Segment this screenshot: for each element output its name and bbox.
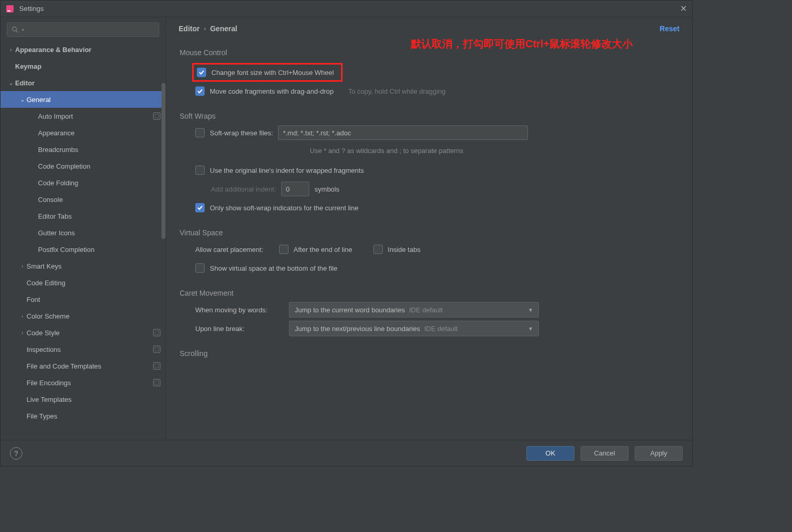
tree-item[interactable]: Code Editing — [1, 274, 166, 291]
tree-item-label: Inspections — [27, 346, 150, 353]
tree-item[interactable]: Code Completion — [1, 158, 166, 174]
label-change-font-size: Change font size with Ctrl+Mouse Wheel — [211, 69, 334, 77]
tree-item[interactable]: File and Code Templates — [1, 358, 166, 374]
search-input[interactable]: ▾ — [7, 22, 159, 37]
checkbox-only-current-line[interactable] — [195, 203, 205, 212]
checkbox-original-indent[interactable] — [195, 166, 205, 175]
help-button[interactable]: ? — [10, 447, 22, 460]
reset-link[interactable]: Reset — [660, 24, 680, 33]
checkbox-drag-and-drop[interactable] — [195, 86, 205, 96]
label-by-words: When moving by words: — [195, 306, 284, 314]
tree-item[interactable]: Font — [1, 291, 166, 308]
label-softwrap-files: Soft-wrap these files: — [210, 129, 273, 137]
chevron-right-icon: › — [18, 330, 27, 336]
tree-item[interactable]: ›Color Scheme — [1, 308, 166, 324]
checkbox-after-eol[interactable] — [279, 245, 288, 254]
tree-item-label: Keymap — [15, 62, 160, 70]
tree-item-label: Appearance — [38, 129, 160, 137]
scheme-icon — [153, 329, 160, 336]
window-title: Settings — [19, 5, 680, 12]
tree-item-label: Code Editing — [27, 279, 160, 287]
search-filter-caret-icon: ▾ — [22, 28, 24, 32]
tree-item-label: Breadcrumbs — [38, 146, 160, 154]
label-virtual-bottom: Show virtual space at the bottom of the … — [210, 264, 337, 272]
label-after-eol: After the end of line — [294, 246, 353, 254]
tree-item[interactable]: Auto Import — [1, 108, 166, 124]
tree-item-label: Postfix Completion — [38, 246, 160, 254]
search-icon — [11, 26, 19, 33]
tree-item[interactable]: Code Folding — [1, 174, 166, 191]
checkbox-virtual-bottom[interactable] — [195, 263, 205, 273]
tree-item-label: Code Style — [27, 329, 150, 337]
tree-item[interactable]: Inspections — [1, 341, 166, 358]
checkbox-change-font-size[interactable] — [197, 68, 206, 77]
chevron-right-icon: › — [18, 313, 27, 319]
tree-item[interactable]: Editor Tabs — [1, 208, 166, 224]
scheme-icon — [153, 112, 160, 120]
tree-item[interactable]: ›Smart Keys — [1, 258, 166, 274]
tree-item-label: Appearance & Behavior — [15, 46, 160, 54]
input-softwrap-patterns[interactable] — [278, 125, 528, 140]
tree-item[interactable]: ⌄Editor — [1, 74, 166, 91]
input-add-indent[interactable] — [281, 182, 309, 196]
checkbox-softwrap-files[interactable] — [195, 128, 205, 137]
breadcrumb-item: General — [210, 24, 237, 33]
tree-item-label: Font — [27, 296, 160, 303]
titlebar: Settings ✕ — [1, 1, 692, 17]
dropdown-by-words-suffix: IDE default — [409, 306, 443, 314]
ok-button[interactable]: OK — [526, 446, 574, 461]
settings-tree[interactable]: ›Appearance & BehaviorKeymap⌄Editor⌄Gene… — [1, 41, 166, 440]
settings-window: Settings ✕ ▾ ›Appearance & BehaviorKeyma… — [0, 0, 693, 466]
dialog-footer: ? OK Cancel Apply — [1, 440, 692, 466]
section-virtual-space: Virtual Space — [180, 229, 678, 237]
scheme-icon — [153, 346, 160, 353]
breadcrumb-item[interactable]: Editor — [179, 24, 199, 33]
tree-item[interactable]: ›Code Style — [1, 324, 166, 341]
tree-item-label: Code Folding — [38, 179, 160, 187]
scheme-icon — [153, 379, 160, 386]
tree-item[interactable]: Keymap — [1, 58, 166, 74]
cancel-button[interactable]: Cancel — [581, 446, 628, 461]
svg-rect-1 — [7, 10, 10, 11]
label-caret-placement: Allow caret placement: — [195, 246, 263, 254]
svg-point-2 — [12, 27, 17, 31]
tree-item-label: Editor — [15, 79, 160, 87]
tree-item[interactable]: Gutter Icons — [1, 224, 166, 241]
tree-item[interactable]: File Types — [1, 408, 166, 424]
tree-item[interactable]: Appearance — [1, 124, 166, 141]
dropdown-by-words-value: Jump to the current word boundaries — [295, 306, 405, 314]
tree-item-label: Auto Import — [38, 112, 150, 120]
dropdown-line-break-suffix: IDE default — [424, 325, 458, 333]
tree-item[interactable]: Breadcrumbs — [1, 141, 166, 158]
apply-button[interactable]: Apply — [635, 446, 683, 461]
tree-item[interactable]: ⌄General — [1, 91, 166, 108]
tree-item-label: File and Code Templates — [27, 362, 150, 370]
checkbox-inside-tabs[interactable] — [373, 245, 383, 254]
label-only-current-line: Only show soft-wrap indicators for the c… — [210, 204, 358, 212]
label-add-indent: Add additional indent: — [211, 185, 276, 193]
settings-scroll[interactable]: 默认取消，打勾即可使用Ctrl+鼠标滚轮修改大小 Mouse Control C… — [166, 37, 692, 440]
tree-item[interactable]: Console — [1, 191, 166, 208]
tree-item[interactable]: Live Templates — [1, 391, 166, 408]
app-icon — [6, 5, 14, 13]
breadcrumb: Editor › General — [179, 24, 660, 33]
tree-item[interactable]: Postfix Completion — [1, 241, 166, 258]
label-inside-tabs: Inside tabs — [388, 246, 421, 254]
annotation-text: 默认取消，打勾即可使用Ctrl+鼠标滚轮修改大小 — [411, 37, 633, 51]
dropdown-by-words[interactable]: Jump to the current word boundaries IDE … — [289, 302, 539, 318]
tree-item[interactable]: File Encodings — [1, 374, 166, 391]
hint-drag-and-drop: To copy, hold Ctrl while dragging — [348, 87, 446, 95]
tree-item-label: Gutter Icons — [38, 229, 160, 237]
chevron-right-icon: › — [18, 263, 27, 269]
label-symbols: symbols — [315, 185, 340, 193]
tree-item[interactable]: ›Appearance & Behavior — [1, 41, 166, 58]
tree-item-label: File Types — [27, 412, 160, 420]
close-icon[interactable]: ✕ — [680, 4, 687, 14]
tree-item-label: General — [27, 96, 160, 104]
scrollbar-thumb[interactable] — [161, 83, 166, 239]
dropdown-line-break[interactable]: Jump to the next/previous line boundarie… — [289, 321, 539, 336]
svg-line-3 — [16, 31, 18, 33]
tree-item-label: Editor Tabs — [38, 212, 160, 220]
tree-item-label: Console — [38, 196, 160, 204]
chevron-down-icon: ⌄ — [18, 97, 27, 103]
